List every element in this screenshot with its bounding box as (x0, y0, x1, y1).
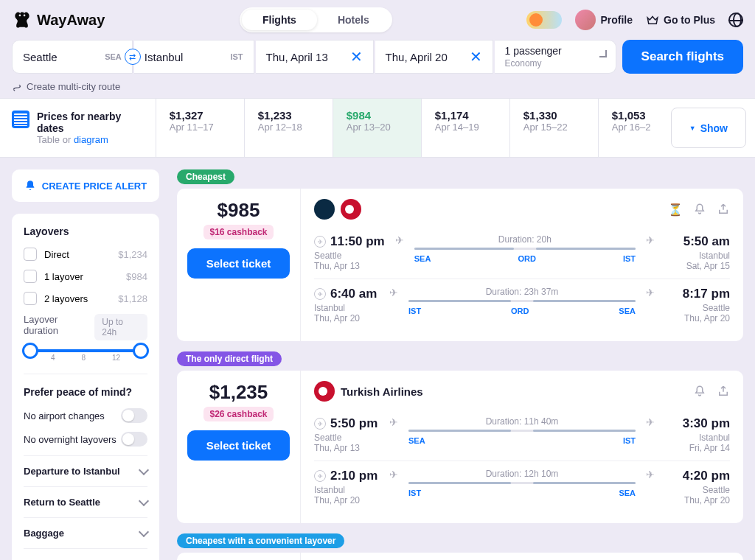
collapse-baggage[interactable]: Baggage (24, 517, 147, 548)
logo-text: WayAway (37, 12, 105, 29)
filter-direct[interactable]: Direct$1,234 (24, 248, 147, 261)
no-overnight-toggle[interactable] (121, 432, 147, 447)
go-to-plus[interactable]: Go to Plus (646, 13, 715, 27)
no-overnight-label: No overnight layovers (24, 434, 116, 445)
dep-date: Thu, Apr 13 (314, 261, 385, 271)
profile-link[interactable]: Profile (575, 10, 633, 30)
passengers-field[interactable]: 1 passenger Economy (495, 40, 616, 74)
code: SEA (619, 307, 636, 315)
route-icon (12, 82, 22, 92)
select-ticket-button[interactable]: Select ticket (187, 430, 290, 461)
collapse-return[interactable]: Return to Seattle (24, 486, 147, 517)
clear-return-icon[interactable]: ✕ (470, 48, 482, 66)
flight-leg: ✈5:50 pm Seattle Thu, Apr 13 ✈ Duration:… (314, 409, 730, 461)
code: SEA (408, 436, 425, 445)
passengers-value: 1 passenger (505, 45, 562, 57)
airline-logo (341, 199, 361, 220)
search-button[interactable]: Search flights (622, 40, 743, 74)
plane-icon: ✈ (314, 470, 326, 482)
bell-icon[interactable] (693, 203, 706, 216)
checkbox[interactable] (24, 292, 37, 305)
takeoff-icon: ✈ (389, 416, 398, 428)
multi-city-link[interactable]: Create multi-city route (0, 81, 755, 98)
depart-date-field[interactable]: Thu, April 13 ✕ (256, 40, 374, 74)
price: $1,235 (187, 381, 290, 404)
chevron-down-icon (599, 50, 607, 57)
dep-city: Istanbul (314, 485, 379, 495)
from-code: SEA (105, 52, 122, 61)
share-icon[interactable] (717, 203, 730, 216)
date-col-4[interactable]: $1,330Apr 15–22 (509, 99, 598, 157)
landing-icon: ✈ (646, 234, 655, 246)
landing-icon: ✈ (646, 469, 655, 480)
diagram-link[interactable]: diagram (74, 134, 108, 145)
chevron-down-icon (139, 526, 149, 536)
dep-date: Thu, Apr 20 (314, 313, 379, 323)
date-col-5[interactable]: $1,053Apr 16–2 (598, 99, 662, 157)
duration: Duration: 23h 37m (408, 287, 636, 297)
plane-icon: ✈ (314, 236, 326, 248)
duration-label: Layover duration (24, 314, 94, 340)
tab-flights[interactable]: Flights (242, 10, 317, 30)
arr-date: Thu, Apr 20 (665, 313, 730, 323)
chevron-down-icon (139, 557, 149, 560)
logo[interactable]: WayAway (12, 10, 105, 30)
select-ticket-button[interactable]: Select ticket (187, 248, 290, 279)
return-date-field[interactable]: Thu, April 20 ✕ (375, 40, 493, 74)
duration-slider[interactable] (24, 349, 147, 352)
code: IST (623, 254, 636, 263)
checkbox[interactable] (24, 270, 37, 283)
date-col-2[interactable]: $984Apr 13–20 (333, 99, 421, 157)
clear-depart-icon[interactable]: ✕ (350, 48, 363, 66)
bell-icon (24, 180, 36, 192)
collapse-departure[interactable]: Departure to Istanbul (24, 455, 147, 486)
flight-leg: ✈11:50 pm Seattle Thu, Apr 13 ✈ Duration… (314, 227, 730, 279)
no-airport-toggle[interactable] (121, 408, 147, 423)
airline-logo (314, 381, 335, 402)
dep-city: Seattle (314, 251, 385, 261)
filter-2-layovers[interactable]: 2 layovers$1,128 (24, 292, 147, 305)
to-code: IST (230, 52, 243, 61)
result-card: $985 $16 cashback Select ticket ⏳ ✈11:50… (177, 189, 743, 341)
code: ORD (511, 307, 529, 315)
theme-toggle[interactable] (526, 11, 562, 29)
arr-date: Sat, Apr 15 (665, 261, 730, 271)
duration-value: Up to 24h (94, 314, 147, 340)
arr-city: Seattle (665, 303, 730, 313)
search-bar: Seattle SEA ⇄ Istanbul IST Thu, April 13… (0, 40, 755, 81)
layovers-title: Layovers (24, 225, 147, 237)
plane-icon: ✈ (314, 418, 326, 430)
arr-city: Istanbul (665, 433, 730, 443)
from-field[interactable]: Seattle SEA ⇄ (12, 40, 133, 74)
multi-city-label: Create multi-city route (27, 81, 120, 92)
plus-label: Go to Plus (664, 14, 715, 26)
result-badge: Cheapest with a convenient layover (177, 533, 344, 548)
arr-date: Thu, Apr 20 (665, 495, 730, 505)
filter-1-layover[interactable]: 1 layover$984 (24, 270, 147, 283)
date-col-0[interactable]: $1,327Apr 11–17 (156, 99, 244, 157)
language-icon[interactable] (728, 13, 743, 27)
date-col-3[interactable]: $1,174Apr 14–19 (421, 99, 509, 157)
code: SEA (619, 489, 636, 497)
to-field[interactable]: Istanbul IST (134, 40, 254, 74)
dep-city: Seattle (314, 433, 379, 443)
swap-icon[interactable]: ⇄ (125, 49, 141, 65)
result-badge: Cheapest (177, 169, 234, 184)
arr-time: 5:50 am (683, 234, 730, 249)
no-airport-label: No airport changes (24, 410, 105, 421)
takeoff-icon: ✈ (389, 469, 398, 480)
date-col-1[interactable]: $1,233Apr 12–18 (244, 99, 333, 157)
return-date-value: Thu, April 20 (386, 51, 448, 63)
flight-leg: ✈6:40 am Istanbul Thu, Apr 20 ✈ Duration… (314, 279, 730, 331)
code: IST (408, 307, 421, 315)
checkbox[interactable] (24, 248, 37, 261)
duration: Duration: 20h (414, 234, 636, 245)
share-icon[interactable] (717, 385, 730, 398)
arr-time: 4:20 pm (683, 469, 730, 483)
collapse-airlines[interactable]: Airlines (24, 548, 147, 560)
tab-hotels[interactable]: Hotels (317, 10, 390, 30)
show-dates-button[interactable]: ▼Show (671, 108, 746, 148)
chevron-down-icon (139, 464, 149, 475)
create-price-alert-button[interactable]: CREATE PRICE ALERT (12, 169, 159, 202)
bell-icon[interactable] (693, 385, 706, 398)
